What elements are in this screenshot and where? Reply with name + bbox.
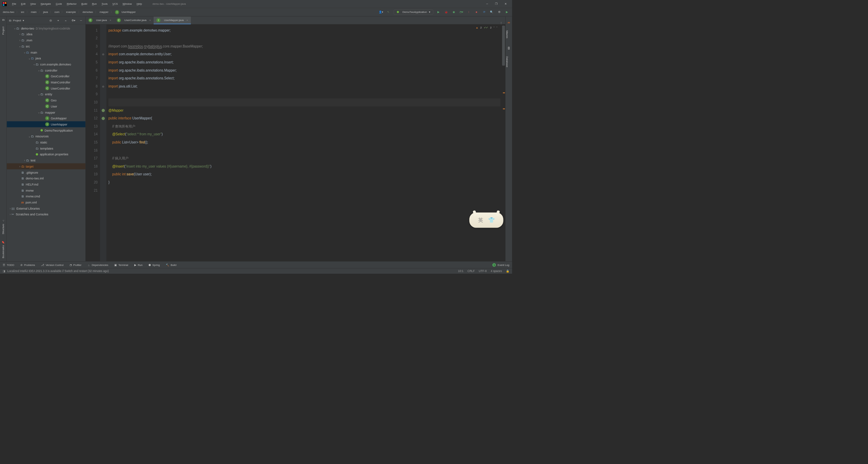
tree-item-demo-two.iml[interactable]: 🗎demo-two.iml (7, 175, 85, 181)
lock-icon[interactable]: 🔒 (506, 269, 509, 272)
menu-help[interactable]: Help (134, 1, 144, 7)
tree-item-mapper[interactable]: ⌄🗀mapper (7, 109, 85, 115)
gear-icon[interactable]: ⚙▾ (71, 18, 76, 23)
run-anything-icon[interactable]: ▶ (505, 10, 509, 15)
tree-item-UserController[interactable]: CUserController (7, 85, 85, 91)
chevron-up-icon[interactable]: ˆ (494, 26, 495, 29)
tree-item-target[interactable]: ›🗀target (7, 163, 85, 169)
menu-window[interactable]: Window (120, 1, 134, 7)
crumb-com[interactable]: com (55, 11, 59, 14)
profile-button[interactable]: ◔▾ (459, 10, 463, 15)
line-number-gutter[interactable]: 123456789101112131415161718192021 (86, 24, 100, 262)
stop-button[interactable]: ■ (474, 10, 479, 15)
breadcrumb[interactable]: demo-two〉src〉main〉java〉com〉example〉demot… (3, 10, 136, 14)
tool-todo[interactable]: ☰TODO (3, 263, 14, 266)
menu-navigate[interactable]: Navigate (38, 1, 53, 7)
coverage-button[interactable]: ◉ (451, 10, 456, 15)
event-log-button[interactable]: Event Log (498, 263, 510, 266)
tab-close-icon[interactable]: × (149, 19, 151, 22)
tree-item-HELP.md[interactable]: 🗎HELP.md (7, 181, 85, 188)
status-101[interactable]: 10:1 (458, 269, 463, 272)
tool-version-control[interactable]: ⎇Version Control (41, 263, 63, 266)
tree-item-resources[interactable]: ⌄🗀resources (7, 133, 85, 139)
tree-item-DemoTwoApplication[interactable]: ⬢DemoTwoApplication (7, 127, 85, 133)
code-area[interactable]: package com.example.demotwo.mapper;//imp… (106, 24, 500, 262)
menu-run[interactable]: Run (90, 1, 99, 7)
project-tree[interactable]: ⌄🗀demo-twoD:\my\springboot-code\de›🗀.ide… (7, 24, 85, 262)
structure-tool-button[interactable]: Structure ⛬ (2, 220, 5, 234)
menu-tools[interactable]: Tools (99, 1, 110, 7)
menu-edit[interactable]: Edit (19, 1, 28, 7)
menu-vcs[interactable]: VCS (110, 1, 120, 7)
tree-arrow[interactable]: › (18, 165, 21, 168)
menu-view[interactable]: View (28, 1, 38, 7)
tree-item-MainController[interactable]: CMainController (7, 79, 85, 85)
tree-item-src[interactable]: ⌄🗀src (7, 43, 85, 49)
settings-icon[interactable]: ⚙ (497, 10, 502, 15)
tree-item-.gitignore[interactable]: 🗎.gitignore (7, 169, 85, 175)
add-user-icon[interactable]: 👤▾ (378, 10, 383, 15)
update-button[interactable]: ⟳ (482, 10, 487, 15)
menu-refactor[interactable]: Refactor (64, 1, 79, 7)
close-button[interactable]: ✕ (503, 1, 508, 6)
tree-item-controller[interactable]: ⌄🗀controller (7, 67, 85, 73)
tree-item-static[interactable]: 🗀static (7, 139, 85, 146)
database-tool-button[interactable]: Database (506, 56, 509, 67)
tree-item-pom.xml[interactable]: mpom.xml (7, 199, 85, 206)
menu-build[interactable]: Build (79, 1, 90, 7)
tabs-more-icon[interactable]: ⋮ (497, 21, 505, 24)
tree-arrow[interactable]: › (9, 207, 12, 210)
tree-item-entity[interactable]: ⌄🗀entity (7, 91, 85, 97)
tree-arrow[interactable]: ⌄ (18, 44, 21, 48)
tree-item-mvnw.cmd[interactable]: 🗎mvnw.cmd (7, 193, 85, 199)
debug-button[interactable]: 🐞 (444, 10, 449, 15)
folder-icon[interactable]: 🗀 (2, 18, 5, 21)
tree-arrow[interactable]: ⌄ (28, 56, 31, 60)
tab-close-icon[interactable]: × (110, 19, 111, 22)
crumb-demotwo[interactable]: demotwo (82, 11, 93, 14)
maven-tool-button[interactable]: Maven (506, 31, 509, 38)
tab-User.java[interactable]: CUser.java× (86, 17, 114, 24)
tab-UserController.java[interactable]: CUserController.java× (114, 17, 154, 24)
status-message[interactable]: Localized IntelliJ IDEA 2021.3.3 is avai… (7, 269, 109, 272)
tree-item-test[interactable]: ›🗀test (7, 157, 85, 163)
tree-arrow[interactable]: › (18, 39, 21, 42)
back-arrow-icon[interactable]: ↖ (386, 10, 391, 15)
tree-item-com.example.demotwo[interactable]: ⌄🗀com.example.demotwo (7, 61, 85, 67)
menu-file[interactable]: File (9, 1, 19, 7)
tree-item-.idea[interactable]: ›🗀.idea (7, 31, 85, 37)
status-CRLF[interactable]: CRLF (468, 269, 475, 272)
warning-marker[interactable] (503, 109, 505, 109)
status-4spaces[interactable]: 4 spaces (491, 269, 502, 272)
project-tool-button[interactable]: Project (2, 26, 5, 35)
crumb-example[interactable]: example (66, 11, 76, 14)
gutter-icons[interactable]: ⊖⊖ (100, 24, 106, 262)
tree-arrow[interactable]: ⌄ (23, 51, 26, 54)
tree-item-java[interactable]: ⌄🗀java (7, 55, 85, 61)
tree-arrow[interactable]: ⌄ (38, 111, 40, 114)
tree-item-Geo[interactable]: CGeo (7, 97, 85, 103)
tree-item-.mvn[interactable]: ›🗀.mvn (7, 37, 85, 43)
ime-indicator[interactable]: 英 👕 (469, 213, 503, 228)
tool-run[interactable]: ▶Run (134, 263, 143, 266)
tree-arrow[interactable]: › (18, 33, 21, 36)
tree-item-GeoMapper[interactable]: IGeoMapper (7, 115, 85, 121)
tree-item-mvnw[interactable]: 🗎mvnw (7, 187, 85, 193)
tree-arrow[interactable]: ⌄ (28, 134, 31, 138)
tool-problems[interactable]: ⊘Problems (20, 263, 35, 266)
tree-item-User[interactable]: CUser (7, 103, 85, 109)
tree-arrow[interactable]: ⌄ (38, 93, 40, 96)
project-panel-title[interactable]: 🗀 Project ▾ (9, 19, 24, 22)
bookmarks-tool-button[interactable]: Bookmarks 🔖 (2, 241, 5, 258)
tree-arrow[interactable]: ⌄ (33, 62, 36, 66)
crumb-main[interactable]: main (31, 11, 37, 14)
inspection-widget[interactable]: ▲2 ✔✔2 ˆ ˇ (476, 26, 497, 29)
tree-arrow[interactable]: › (9, 213, 12, 216)
tool-profiler[interactable]: ◔Profiler (70, 263, 82, 266)
maven-logo-icon[interactable]: m (506, 16, 512, 28)
tree-item-GeoController[interactable]: CGeoController (7, 73, 85, 79)
tree-item-main[interactable]: ⌄🗀main (7, 49, 85, 55)
warning-marker[interactable] (503, 93, 505, 93)
hide-panel-icon[interactable]: ─ (79, 18, 83, 23)
collapse-all-icon[interactable]: ⫠ (63, 18, 68, 23)
